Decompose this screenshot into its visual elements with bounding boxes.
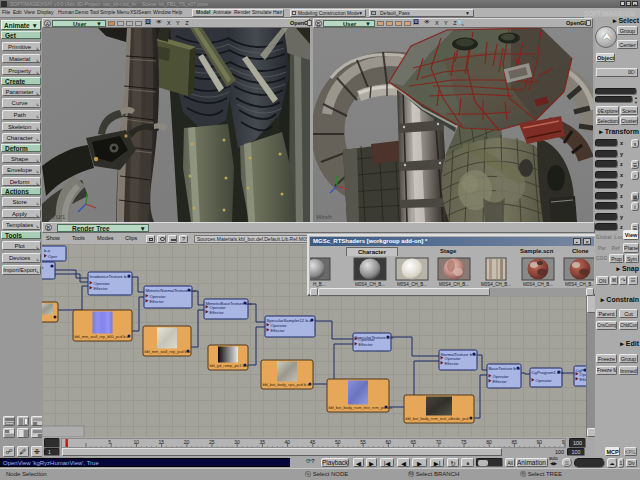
- svg-text:M0S4_CH_B...: M0S4_CH_B...: [355, 282, 385, 287]
- svg-text:95: 95: [562, 439, 566, 445]
- svg-text:M0S4_CH_B...: M0S4_CH_B...: [523, 282, 553, 287]
- svg-text:30: 30: [234, 439, 240, 445]
- svg-text:65: 65: [411, 439, 417, 445]
- svg-text:M0S4_CH_B...: M0S4_CH_B...: [397, 282, 427, 287]
- svg-text:M0S4_CH_B...: M0S4_CH_B...: [565, 282, 594, 287]
- svg-text:bbl_mm_wall_rep_b00_pcd b-o: bbl_mm_wall_rep_b00_pcd b-o: [75, 334, 129, 339]
- svg-text:Effector: Effector: [210, 310, 225, 315]
- svg-text:35: 35: [259, 439, 265, 445]
- svg-text:Rot U/1: Rot U/1: [45, 214, 66, 220]
- svg-text:H_B...: H_B...: [313, 282, 326, 287]
- svg-text:40: 40: [285, 439, 291, 445]
- svg-text:Wirefr: Wirefr: [316, 214, 332, 220]
- svg-text:M0S4_CH_B...: M0S4_CH_B...: [439, 282, 469, 287]
- svg-text:5: 5: [108, 439, 111, 445]
- svg-text:60: 60: [385, 439, 391, 445]
- svg-text:bbl_bot_body_nsm_text_nrm_pic: bbl_bot_body_nsm_text_nrm_pic b-o: [329, 405, 393, 410]
- svg-text:Operator: Operator: [536, 378, 553, 383]
- svg-text:bbl_bot_body_spa_pcd b-o: bbl_bot_body_spa_pcd b-o: [263, 382, 310, 387]
- svg-text:Effector: Effector: [445, 361, 460, 366]
- svg-text:Effector: Effector: [150, 299, 165, 304]
- svg-text:80: 80: [486, 439, 492, 445]
- svg-text:10: 10: [133, 439, 139, 445]
- svg-text:25: 25: [209, 439, 215, 445]
- svg-text:b-o: b-o: [44, 248, 51, 253]
- svg-text:bbl_mm_wall_rep_pcd b-o: bbl_mm_wall_rep_pcd b-o: [145, 349, 191, 354]
- svg-text:Effector: Effector: [359, 342, 374, 347]
- svg-text:bbl_bot_body_nrm_text_albedo_p: bbl_bot_body_nrm_text_albedo_pcd: [406, 416, 469, 421]
- svg-text:BaseTexture b-o: BaseTexture b-o: [489, 366, 521, 371]
- svg-text:90: 90: [537, 439, 543, 445]
- svg-text:Effector: Effector: [493, 379, 508, 384]
- svg-text:70: 70: [436, 439, 442, 445]
- svg-text:M0S4_CH_B...: M0S4_CH_B...: [481, 282, 511, 287]
- svg-text:15: 15: [159, 439, 165, 445]
- svg-text:bbl_gd_romp_pic1 b-o: bbl_gd_romp_pic1 b-o: [210, 363, 249, 368]
- svg-text:55: 55: [360, 439, 366, 445]
- svg-text:85: 85: [511, 439, 517, 445]
- svg-text:Oper: Oper: [48, 254, 58, 259]
- svg-text:Effector: Effector: [271, 328, 286, 333]
- svg-text:75: 75: [461, 439, 467, 445]
- svg-text:20: 20: [184, 439, 190, 445]
- svg-text:45: 45: [310, 439, 316, 445]
- svg-text:IrradianceTexture b-o: IrradianceTexture b-o: [90, 274, 131, 279]
- svg-text:Effector: Effector: [94, 286, 109, 291]
- svg-text:50: 50: [335, 439, 341, 445]
